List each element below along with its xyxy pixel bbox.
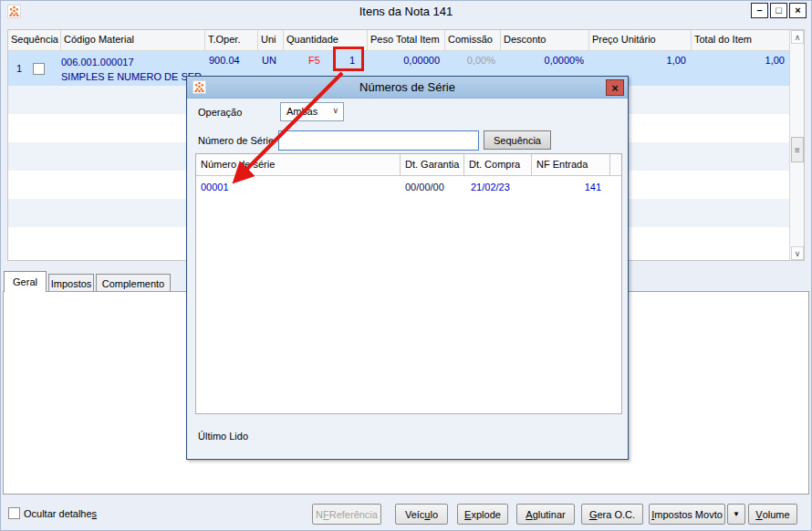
row-codigo-material: 006.001.000017 xyxy=(61,55,204,69)
serial-dt-garantia: 00/00/00 xyxy=(401,176,464,199)
row-sequence-number: 1 xyxy=(16,63,22,74)
column-header-preco-unitario[interactable]: Preço Unitário xyxy=(589,30,692,50)
gera-oc-button[interactable]: Gera O.C. xyxy=(581,504,643,525)
numero-serie-input[interactable] xyxy=(278,130,479,151)
dialog-title: Números de Série xyxy=(187,80,628,94)
impostos-movto-button[interactable]: Impostos Movto xyxy=(649,504,725,525)
operacao-label: Operação xyxy=(198,107,242,118)
window-titlebar: Itens da Nota 141 – □ × xyxy=(1,1,811,25)
column-header-dt-garantia[interactable]: Dt. Garantia xyxy=(401,154,464,175)
serial-row[interactable]: 00001 00/00/00 21/02/23 141 xyxy=(196,176,621,199)
column-header-filler xyxy=(610,154,621,175)
tab-impostos[interactable]: Impostos xyxy=(48,274,94,292)
column-header-desconto[interactable]: Desconto xyxy=(501,30,589,50)
ocultar-detalhes-checkbox[interactable] xyxy=(8,507,20,519)
chevron-down-icon: ∨ xyxy=(332,106,338,115)
app-window: Itens da Nota 141 – □ × Sequência Código… xyxy=(0,0,812,531)
row-material-descricao: SIMPLES E NUMERO DE SER xyxy=(61,69,204,84)
impostos-movto-dropdown-icon[interactable]: ▼ xyxy=(727,504,745,525)
sequencia-button[interactable]: Sequência xyxy=(484,130,551,150)
numeros-de-serie-dialog: Números de Série × Operação Ambas ∨ Núme… xyxy=(186,76,629,460)
column-header-numero-serie[interactable]: Número de série xyxy=(196,154,401,175)
nf-referencia-button[interactable]: NF Referência xyxy=(312,504,381,525)
minimize-icon[interactable]: – xyxy=(751,3,768,18)
ocultar-detalhes-label: Ocultar detalhes xyxy=(24,508,97,519)
explode-button[interactable]: Explode xyxy=(457,504,508,525)
dialog-close-icon[interactable]: × xyxy=(606,79,624,96)
column-header-sequencia[interactable]: Sequência xyxy=(8,30,61,50)
column-header-dt-compra[interactable]: Dt. Compra xyxy=(464,154,532,175)
maximize-icon[interactable]: □ xyxy=(770,3,787,18)
serial-dt-compra: 21/02/23 xyxy=(464,176,532,199)
row-total-item: 1,00 xyxy=(692,51,790,86)
items-grid-header: Sequência Código Material T.Oper. Uni Qu… xyxy=(8,30,790,51)
column-header-comissao[interactable]: Comissão xyxy=(445,30,501,50)
operacao-select[interactable]: Ambas ∨ xyxy=(280,102,344,121)
serial-numbers-grid: Número de série Dt. Garantia Dt. Compra … xyxy=(195,153,622,414)
scroll-down-icon[interactable]: ∨ xyxy=(791,246,804,260)
scrollbar-thumb[interactable]: ≡ xyxy=(791,137,804,162)
serial-nf-entrada: 141 xyxy=(532,176,610,199)
serial-numero: 00001 xyxy=(196,176,401,199)
aglutinar-button[interactable]: Aglutinar xyxy=(516,504,575,525)
items-grid-scrollbar[interactable]: ∧ ≡ ∨ xyxy=(789,30,804,260)
column-header-nf-entrada[interactable]: NF Entrada xyxy=(532,154,610,175)
ultimo-lido-label: Último Lido xyxy=(198,431,248,442)
tab-geral[interactable]: Geral xyxy=(4,271,47,292)
column-header-codigo-material[interactable]: Código Material xyxy=(61,30,205,50)
scroll-up-icon[interactable]: ∧ xyxy=(791,30,804,44)
window-title: Itens da Nota 141 xyxy=(1,5,811,18)
dialog-titlebar: Números de Série × xyxy=(187,77,628,99)
operacao-selected-value: Ambas xyxy=(286,106,318,117)
column-header-uni[interactable]: Uni xyxy=(258,30,284,50)
volume-button[interactable]: Volume xyxy=(748,504,797,525)
veiculo-button[interactable]: Veículo xyxy=(395,504,448,525)
serial-grid-header: Número de série Dt. Garantia Dt. Compra … xyxy=(196,154,621,176)
close-icon[interactable]: × xyxy=(789,3,807,18)
annotation-highlight-box xyxy=(333,47,364,71)
column-header-t-oper[interactable]: T.Oper. xyxy=(205,30,258,50)
column-header-total-item[interactable]: Total do Item xyxy=(692,30,790,50)
tab-complemento[interactable]: Complemento xyxy=(96,274,171,292)
row-checkbox[interactable] xyxy=(33,63,45,75)
numero-serie-label: Número de Série xyxy=(198,135,274,146)
column-header-peso-total[interactable]: Peso Total Item xyxy=(368,30,445,50)
